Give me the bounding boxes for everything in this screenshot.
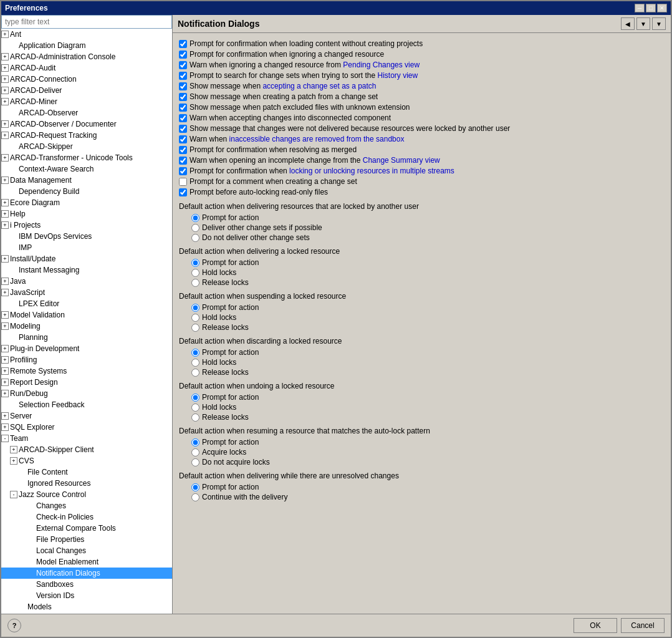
expander-icon[interactable]: + [1, 390, 9, 397]
tree-item-profiling[interactable]: +Profiling [1, 354, 172, 365]
checkbox-label-cb13[interactable]: Prompt for confirmation when locking or … [190, 167, 454, 176]
tree-item-planning[interactable]: Planning [1, 332, 172, 343]
radio-r4a[interactable] [191, 349, 199, 357]
tree-item-report-design[interactable]: +Report Design [1, 377, 172, 388]
tree-item-remote-systems[interactable]: +Remote Systems [1, 365, 172, 377]
tree-item-notification-dialogs[interactable]: Notification Dialogs [1, 568, 172, 579]
checkbox-label-cb5[interactable]: Show message when accepting a change set… [190, 82, 377, 91]
tree-item-ignored-resources[interactable]: Ignored Resources [1, 478, 172, 489]
radio-label-r2c[interactable]: Release locks [202, 278, 249, 287]
expander-icon[interactable]: + [1, 367, 9, 375]
checkbox-label-cb9[interactable]: Show message that changes were not deliv… [190, 124, 510, 133]
checkbox-cb15[interactable] [179, 188, 187, 196]
expander-icon[interactable]: + [1, 75, 9, 83]
tree-item-model-validation[interactable]: +Model Validation [1, 309, 172, 321]
radio-label-r7b[interactable]: Continue with the delivery [202, 493, 287, 501]
checkbox-label-cb6[interactable]: Show message when creating a patch from … [190, 92, 378, 102]
radio-r4c[interactable] [191, 369, 199, 377]
radio-label-r5c[interactable]: Release locks [202, 413, 249, 422]
expander-icon[interactable]: + [1, 210, 9, 218]
tree-item-sql-explorer[interactable]: +SQL Explorer [1, 422, 172, 433]
radio-label-r6a[interactable]: Prompt for action [202, 438, 259, 447]
radio-label-r6c[interactable]: Do not acquire locks [202, 458, 270, 466]
radio-r5c[interactable] [191, 413, 199, 422]
checkbox-label-cb10[interactable]: Warn when inaccessible changes are remov… [190, 135, 404, 144]
checkbox-cb2[interactable] [179, 51, 187, 59]
radio-r1c[interactable] [191, 234, 199, 242]
checkbox-cb4[interactable] [179, 72, 187, 80]
radio-r6c[interactable] [191, 458, 199, 466]
tree-item-install-update[interactable]: +Install/Update [1, 253, 172, 264]
checkbox-cb7[interactable] [179, 104, 187, 112]
checkbox-cb8[interactable] [179, 114, 187, 122]
tree-item-version-ids[interactable]: Version IDs [1, 590, 172, 601]
radio-label-r3c[interactable]: Release locks [202, 323, 249, 332]
tree-item-data-mgmt[interactable]: +Data Management [1, 175, 172, 186]
tree-item-file-content[interactable]: File Content [1, 466, 172, 478]
checkbox-cb11[interactable] [179, 146, 187, 154]
tree-item-sandboxes[interactable]: Sandboxes [1, 579, 172, 590]
checkbox-label-cb7[interactable]: Show message when patch excluded files w… [190, 103, 410, 112]
checkbox-label-cb14[interactable]: Prompt for a comment when creating a cha… [190, 177, 357, 186]
checkbox-label-cb2[interactable]: Prompt for confirmation when ignoring a … [190, 50, 384, 59]
tree-item-selection-feedback[interactable]: Selection Feedback [1, 399, 172, 410]
radio-r6a[interactable] [191, 438, 199, 447]
tree-item-javascript[interactable]: +JavaScript [1, 287, 172, 298]
radio-r4b[interactable] [191, 359, 199, 367]
radio-r3a[interactable] [191, 304, 199, 312]
expander-icon[interactable]: + [1, 278, 9, 285]
expander-icon[interactable]: + [1, 98, 9, 105]
tree-item-local-changes[interactable]: Local Changes [1, 545, 172, 556]
expander-icon[interactable]: + [1, 120, 9, 128]
radio-r3c[interactable] [191, 324, 199, 332]
tree-item-help[interactable]: +Help [1, 208, 172, 220]
tree-item-arcad-transformer[interactable]: +ARCAD-Transformer - Unicode Tools [1, 152, 172, 163]
tree-item-imp[interactable]: IMP [1, 242, 172, 253]
forward-button[interactable]: ▼ [636, 17, 650, 30]
menu-button[interactable]: ▼ [652, 17, 666, 30]
checkbox-cb5[interactable] [179, 82, 187, 90]
tree-item-lpex-editor[interactable]: LPEX Editor [1, 298, 172, 309]
radio-label-r5a[interactable]: Prompt for action [202, 393, 259, 402]
tree-item-jazz-source-control[interactable]: -Jazz Source Control [1, 489, 172, 500]
expander-icon[interactable]: + [1, 53, 9, 60]
minimize-button[interactable]: ─ [635, 4, 645, 12]
checkbox-cb12[interactable] [179, 157, 187, 165]
checkbox-cb10[interactable] [179, 135, 187, 143]
expander-icon[interactable]: + [1, 322, 9, 330]
tree-item-arcad-connection[interactable]: +ARCAD-Connection [1, 74, 172, 85]
tree-item-dependency[interactable]: Dependency Build [1, 186, 172, 197]
tree-item-ant[interactable]: +Ant [1, 29, 172, 40]
radio-r1b[interactable] [191, 224, 199, 232]
tree-item-java[interactable]: +Java [1, 276, 172, 287]
radio-r1a[interactable] [191, 214, 199, 222]
expander-icon[interactable]: - [1, 435, 9, 442]
tree-item-context-aware[interactable]: Context-Aware Search [1, 163, 172, 175]
radio-label-r4b[interactable]: Hold locks [202, 358, 236, 367]
tree-item-external-compare[interactable]: External Compare Tools [1, 523, 172, 534]
tree-item-modeling[interactable]: +Modeling [1, 321, 172, 332]
expander-icon[interactable]: - [10, 491, 17, 498]
expander-icon[interactable]: + [10, 446, 17, 453]
cancel-button[interactable]: Cancel [621, 618, 665, 633]
radio-label-r1b[interactable]: Deliver other change sets if possible [202, 223, 322, 232]
tree-item-model-enablement[interactable]: Model Enablement [1, 556, 172, 568]
tree-item-arcad-skipper[interactable]: ARCAD-Skipper [1, 141, 172, 152]
radio-r3b[interactable] [191, 314, 199, 322]
back-button[interactable]: ◀ [621, 17, 635, 30]
checkbox-label-cb8[interactable]: Warn when accepting changes into disconn… [190, 114, 391, 123]
radio-r2a[interactable] [191, 259, 199, 267]
radio-label-r7a[interactable]: Prompt for action [202, 483, 259, 491]
maximize-button[interactable]: □ [646, 4, 656, 12]
tree-item-run-debug[interactable]: +Run/Debug [1, 388, 172, 399]
expander-icon[interactable]: + [1, 64, 9, 72]
expander-icon[interactable]: + [1, 31, 9, 38]
expander-icon[interactable]: + [1, 87, 9, 94]
radio-r7a[interactable] [191, 483, 199, 491]
tree-item-arcad-admin[interactable]: +ARCAD-Administration Console [1, 51, 172, 62]
tree-item-file-properties[interactable]: File Properties [1, 534, 172, 545]
tree-item-changes[interactable]: Changes [1, 500, 172, 511]
radio-r5b[interactable] [191, 404, 199, 412]
expander-icon[interactable]: + [1, 379, 9, 386]
radio-label-r4a[interactable]: Prompt for action [202, 348, 259, 357]
